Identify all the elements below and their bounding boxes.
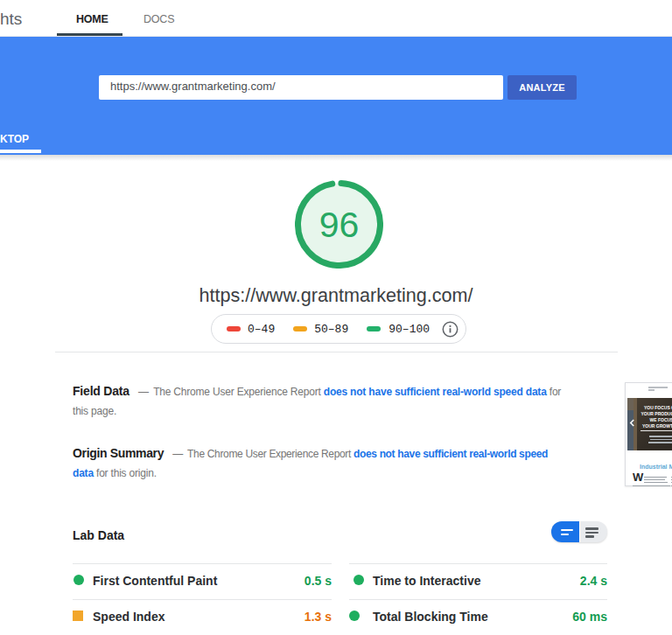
- svg-text:96: 96: [319, 205, 360, 245]
